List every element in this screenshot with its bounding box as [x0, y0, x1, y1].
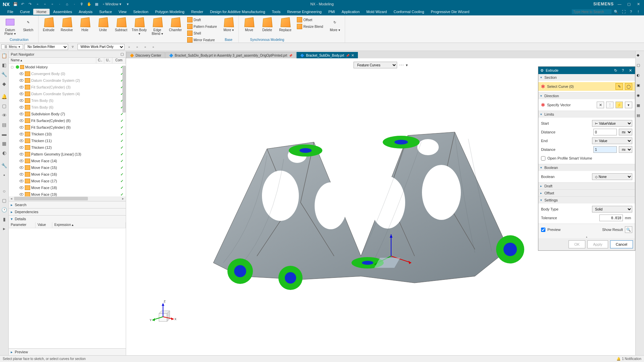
- tree-item[interactable]: Convergent Body (0)✓: [9, 70, 126, 77]
- tree-item[interactable]: Datum Coordinate System (4)✓: [9, 90, 126, 97]
- qat-icon[interactable]: ▫: [35, 1, 41, 7]
- limits-header[interactable]: ▾Limits: [538, 111, 635, 118]
- rail-icon[interactable]: 🔔: [1, 93, 8, 100]
- section-header[interactable]: ▾Section: [538, 74, 635, 81]
- menu-conformal[interactable]: Conformal Cooling: [390, 9, 427, 15]
- rail-icon[interactable]: ▣: [637, 83, 643, 90]
- rail-icon[interactable]: ▢: [1, 103, 8, 109]
- filter-tool-icon[interactable]: ▫: [126, 44, 132, 50]
- sketch-section-icon[interactable]: ✎: [615, 83, 623, 90]
- menu-button[interactable]: ☰ Menu ▾: [1, 44, 23, 49]
- edge-blend-button[interactable]: Edge Blend ▾: [149, 16, 166, 36]
- rail-icon[interactable]: ▪: [1, 172, 8, 178]
- rail-icon[interactable]: ◆: [1, 80, 8, 87]
- sketch-button[interactable]: ✎Sketch: [19, 16, 37, 36]
- boolean-combo[interactable]: ◇ None: [592, 173, 632, 180]
- rail-icon[interactable]: ◉: [637, 93, 643, 100]
- visibility-icon[interactable]: [19, 112, 24, 116]
- body-type-combo[interactable]: Solid: [592, 206, 632, 213]
- col-param[interactable]: Parameter: [9, 222, 36, 228]
- doc-tab-discovery[interactable]: 🔶Discovery Center: [126, 52, 165, 59]
- tree-item[interactable]: Move Face (17)✓: [9, 178, 126, 184]
- col-c[interactable]: C..: [96, 58, 104, 63]
- search-section[interactable]: ▸Search: [9, 201, 126, 208]
- tree-item[interactable]: Datum Coordinate System (2)✓: [9, 77, 126, 84]
- tree-item[interactable]: Move Face (16)✓: [9, 171, 126, 178]
- scrollbar-thumb[interactable]: [122, 66, 126, 113]
- draft-button[interactable]: Draft: [186, 17, 218, 23]
- preview-checkbox[interactable]: [541, 228, 545, 232]
- vector-auto-icon[interactable]: ⚡: [615, 102, 623, 108]
- touch-icon[interactable]: ✋: [86, 1, 92, 7]
- scope-filter-combo[interactable]: Within Work Part Only: [77, 44, 124, 50]
- resize-grip[interactable]: ▴: [538, 235, 635, 238]
- menu-surface[interactable]: Surface: [96, 9, 115, 15]
- close-icon[interactable]: ✕: [628, 68, 633, 73]
- boolean-header[interactable]: ▾Boolean: [538, 164, 635, 171]
- popout-icon[interactable]: ▢: [120, 52, 124, 56]
- filter-tool-icon[interactable]: ▫: [150, 44, 157, 50]
- rail-icon[interactable]: 👁: [1, 112, 8, 119]
- dialog-titlebar[interactable]: ⚙ Extrude ↻ ? ✕: [538, 67, 635, 74]
- select-curve-row[interactable]: ✱ Select Curve (0) ✎ ◯: [538, 82, 635, 91]
- dropdown-icon[interactable]: ▾: [406, 63, 408, 67]
- tree-item[interactable]: Fit Surface(Cylinder) (8)✓: [9, 117, 126, 124]
- menu-die[interactable]: Progressive Die Wizard: [428, 9, 473, 15]
- doc-tab-assembly[interactable]: 🔷Bracket_SubDiv_Body.prt in Assembly 3_p…: [165, 52, 297, 59]
- filter-icon[interactable]: ▿: [69, 44, 76, 50]
- mic-icon[interactable]: 🎙: [79, 1, 85, 7]
- curve-icon[interactable]: ◯: [625, 83, 632, 90]
- col-value[interactable]: Value: [36, 222, 52, 228]
- start-distance-input[interactable]: [593, 129, 617, 135]
- rail-icon[interactable]: 🔧: [1, 71, 8, 78]
- mirror-feature-button[interactable]: Mirror Feature: [186, 37, 218, 43]
- close-icon[interactable]: ✕: [635, 1, 642, 7]
- revolve-button[interactable]: Revolve: [58, 16, 75, 36]
- tree-item[interactable]: Move Face (14)✓: [9, 158, 126, 164]
- preview-section[interactable]: ▸Preview: [9, 349, 126, 355]
- tree-item[interactable]: Move Face (18)✓: [9, 184, 126, 191]
- visibility-icon[interactable]: [19, 179, 24, 183]
- visibility-icon[interactable]: [19, 92, 24, 96]
- visibility-icon[interactable]: [19, 132, 24, 136]
- offset-header[interactable]: ▸Offset: [538, 190, 635, 196]
- hole-button[interactable]: Hole: [76, 16, 94, 36]
- ok-button[interactable]: OK: [569, 240, 585, 248]
- start-type-combo[interactable]: ⊢ ValueValue: [592, 120, 632, 127]
- visibility-icon[interactable]: [19, 118, 24, 123]
- pin-icon[interactable]: 📌: [289, 54, 292, 57]
- doc-tab-bracket[interactable]: 🔷Bracket_SubDiv_Body.prt📌✕: [297, 52, 358, 59]
- end-distance-input[interactable]: [593, 146, 617, 153]
- rail-icon[interactable]: 🔧: [1, 162, 8, 169]
- rail-icon[interactable]: ▢: [1, 197, 8, 204]
- visibility-icon[interactable]: [19, 85, 24, 89]
- tree-item[interactable]: Thicken (12)✓: [9, 144, 126, 151]
- visibility-icon[interactable]: [19, 165, 24, 170]
- unite-button[interactable]: Unite: [94, 16, 112, 36]
- datum-plane-button[interactable]: Datum Plane ▾: [1, 16, 19, 36]
- apply-button[interactable]: Apply: [587, 240, 608, 248]
- pattern-feature-button[interactable]: Pattern Feature: [186, 23, 218, 29]
- visibility-icon[interactable]: [19, 185, 24, 190]
- col-expr[interactable]: Expression ▴: [52, 222, 126, 228]
- rail-icon[interactable]: ▤: [1, 121, 8, 128]
- tree-item[interactable]: Thicken (11)✓: [9, 137, 126, 144]
- visibility-icon[interactable]: [19, 105, 24, 110]
- rail-icon[interactable]: ▦: [637, 103, 643, 110]
- curve-rule-combo[interactable]: Feature Curves: [354, 62, 397, 68]
- redo-icon[interactable]: ↷: [27, 1, 33, 7]
- tree-item[interactable]: Fit Surface(Cylinder) (3)✓: [9, 84, 126, 90]
- more-options-icon[interactable]: ⋯: [399, 62, 404, 68]
- rail-icon[interactable]: ○: [1, 188, 8, 194]
- rail-nav-icon[interactable]: 📋: [1, 52, 8, 59]
- rail-icon[interactable]: ▦: [1, 140, 8, 147]
- tree-body[interactable]: ▢ Model History ✓ Convergent Body (0)✓Da…: [9, 64, 126, 196]
- rail-icon[interactable]: ◐: [637, 73, 643, 80]
- minimize-icon[interactable]: —: [616, 1, 623, 7]
- help-icon[interactable]: ?: [628, 9, 634, 15]
- menu-render[interactable]: Render: [188, 9, 207, 15]
- filter-tool-icon[interactable]: ▫: [142, 44, 149, 50]
- home-icon[interactable]: ⌂: [64, 1, 70, 7]
- settings-header[interactable]: ▾Settings: [538, 197, 635, 203]
- rail-icon[interactable]: ▢: [637, 63, 643, 70]
